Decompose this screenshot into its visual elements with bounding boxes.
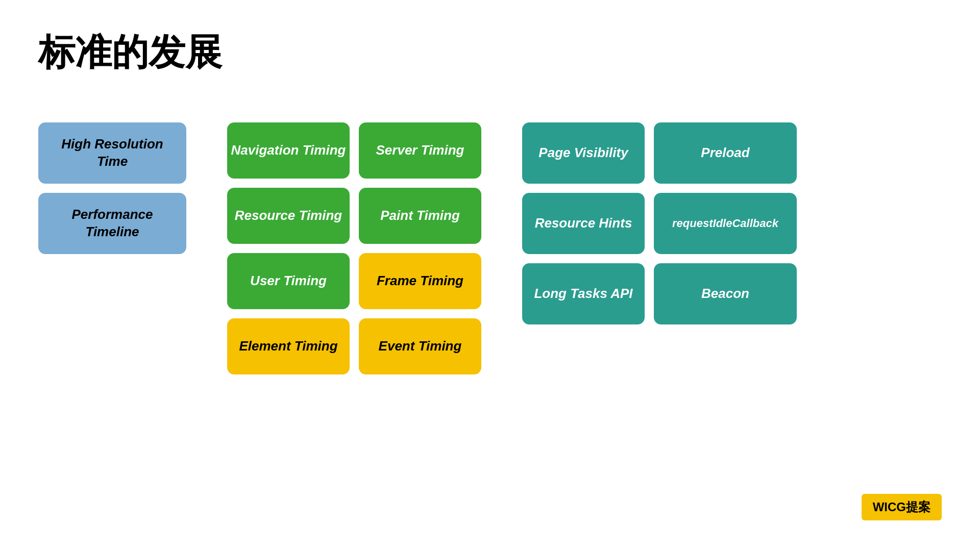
card-label: Preload xyxy=(701,144,749,162)
card-beacon: Beacon xyxy=(654,263,797,324)
card-label: PerformanceTimeline xyxy=(72,206,153,241)
card-request-idle-callback: requestIdleCallback xyxy=(654,193,797,254)
card-preload: Preload xyxy=(654,122,797,184)
card-label: Event Timing xyxy=(379,338,462,355)
card-high-resolution-time: High ResolutionTime xyxy=(38,122,186,184)
card-element-timing: Element Timing xyxy=(227,318,350,374)
card-page-visibility: Page Visibility xyxy=(522,122,645,184)
card-label: Paint Timing xyxy=(380,207,460,224)
card-user-timing: User Timing xyxy=(227,253,350,309)
content-area: High ResolutionTime PerformanceTimeline … xyxy=(38,122,797,374)
column-teal: Page Visibility Preload Resource Hints r… xyxy=(522,122,797,324)
wicg-badge: WICG提案 xyxy=(862,494,942,520)
card-performance-timeline: PerformanceTimeline xyxy=(38,193,186,254)
card-resource-timing: Resource Timing xyxy=(227,188,350,244)
card-label: User Timing xyxy=(250,272,327,290)
card-label: Long Tasks API xyxy=(534,285,632,303)
card-label: Navigation Timing xyxy=(231,142,346,159)
card-navigation-timing: Navigation Timing xyxy=(227,122,350,179)
card-long-tasks-api: Long Tasks API xyxy=(522,263,645,324)
card-resource-hints: Resource Hints xyxy=(522,193,645,254)
column-blue: High ResolutionTime PerformanceTimeline xyxy=(38,122,186,254)
card-label: Server Timing xyxy=(376,142,464,159)
card-label: Frame Timing xyxy=(377,272,463,290)
card-server-timing: Server Timing xyxy=(359,122,481,179)
card-label: Element Timing xyxy=(239,338,337,355)
card-label: requestIdleCallback xyxy=(672,216,778,231)
card-frame-timing: Frame Timing xyxy=(359,253,481,309)
card-label: High ResolutionTime xyxy=(61,136,163,170)
page-title: 标准的发展 xyxy=(38,28,222,77)
card-label: Resource Hints xyxy=(535,215,632,232)
card-label: Resource Timing xyxy=(235,207,342,224)
card-label: Beacon xyxy=(701,285,749,303)
card-event-timing: Event Timing xyxy=(359,318,481,374)
card-label: Page Visibility xyxy=(538,144,628,162)
card-paint-timing: Paint Timing xyxy=(359,188,481,244)
column-green-yellow: Navigation Timing Server Timing Resource… xyxy=(227,122,481,374)
